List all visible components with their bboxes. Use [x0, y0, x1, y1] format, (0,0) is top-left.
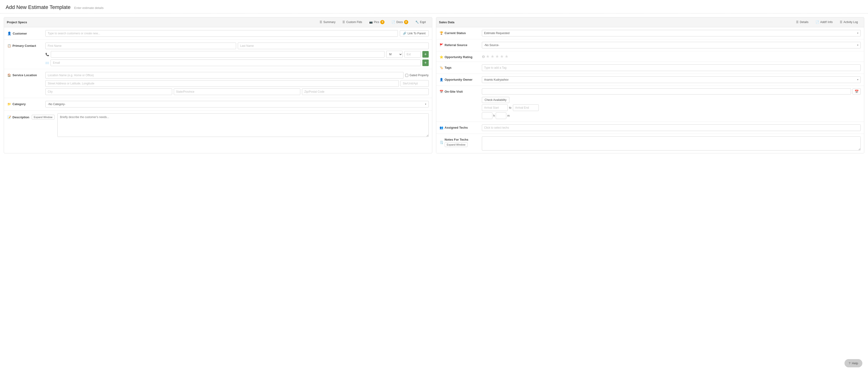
- tab-details[interactable]: Details: [793, 19, 812, 26]
- tab-pics[interactable]: Pics 0: [366, 18, 388, 27]
- phone-row: M H W +: [45, 51, 429, 58]
- onsite-visit-content: 📅 Check Availability to 1 h: [482, 88, 861, 119]
- notes-expand-button[interactable]: Expand Window: [445, 142, 468, 147]
- email-row: +: [45, 60, 429, 66]
- service-location-label: Service Location: [7, 72, 42, 77]
- link-icon: [403, 32, 406, 35]
- duration-hours-input[interactable]: 1: [482, 113, 492, 119]
- tab-addtl-info[interactable]: Addt'l Info: [812, 19, 836, 26]
- opportunity-owner-label: Opportunity Owner: [439, 76, 479, 82]
- gated-property-checkbox[interactable]: [405, 74, 408, 77]
- summary-icon: [319, 21, 322, 24]
- name-row: [45, 42, 429, 49]
- phone-type-select[interactable]: M H W: [386, 51, 403, 58]
- custom-icon: [342, 21, 345, 24]
- pics-icon: [369, 21, 373, 24]
- description-textarea[interactable]: [57, 113, 429, 137]
- techs-icon: [439, 126, 443, 129]
- sales-data-panel: Sales Data Details Addt'l Info Activity …: [436, 17, 865, 153]
- phone-icon: [45, 53, 49, 56]
- tags-content: [482, 64, 861, 71]
- assigned-techs-label: Assigned Techs: [439, 124, 479, 129]
- star-3[interactable]: ★: [495, 54, 499, 59]
- primary-contact-content: M H W + +: [45, 42, 429, 66]
- primary-contact-label: Primary Contact: [7, 42, 42, 48]
- onsite-date-input[interactable]: [482, 88, 851, 95]
- project-specs-header: Project Specs Summary Custom Flds Pics 0: [4, 18, 432, 27]
- add-phone-button[interactable]: +: [422, 51, 429, 58]
- referral-source-select[interactable]: -No Source-: [482, 42, 861, 49]
- unit-input[interactable]: [401, 80, 429, 87]
- actlog-icon: [840, 21, 842, 24]
- street-row: [45, 80, 429, 87]
- opportunity-owner-select[interactable]: Aramis Kudryashov: [482, 76, 861, 83]
- last-name-input[interactable]: [238, 42, 429, 49]
- ext-input[interactable]: [404, 51, 421, 58]
- opportunity-owner-section: Opportunity Owner Aramis Kudryashov: [436, 74, 864, 86]
- tab-summary[interactable]: Summary: [316, 19, 339, 26]
- assigned-techs-input[interactable]: [482, 124, 861, 131]
- email-input[interactable]: [51, 60, 421, 66]
- customer-row: Link To Parent: [45, 30, 429, 37]
- star-4[interactable]: ★: [500, 54, 504, 59]
- duration-minutes-input[interactable]: 0: [496, 113, 506, 119]
- category-select[interactable]: -No Category-: [45, 101, 429, 107]
- tab-eqpt[interactable]: Eqpt: [412, 19, 429, 26]
- owner-icon: [439, 78, 443, 82]
- opportunity-rating-section: Opportunity Rating ⊖ ★ ★ ★ ★ ★: [436, 51, 864, 62]
- page-title: Add New Estimate Template: [6, 4, 70, 10]
- m-label: m: [507, 114, 509, 117]
- current-status-content: Estimate Requested: [482, 30, 861, 36]
- project-specs-tabs: Summary Custom Flds Pics 0 Docs 0: [316, 18, 429, 27]
- page-subtitle: Enter estimate details: [74, 6, 104, 10]
- owner-select-wrapper: Aramis Kudryashov: [482, 76, 861, 83]
- main-content: Project Specs Summary Custom Flds Pics 0: [0, 13, 868, 157]
- tab-activity-log[interactable]: Activity Log: [836, 19, 861, 26]
- sales-data-tabs: Details Addt'l Info Activity Log: [793, 19, 861, 26]
- tag-icon: [439, 66, 443, 69]
- description-expand-button[interactable]: Expand Window: [32, 115, 55, 120]
- notes-for-techs-textarea[interactable]: [482, 136, 861, 151]
- primary-contact-section: Primary Contact M H W: [4, 40, 432, 69]
- current-status-label: Current Status: [439, 30, 479, 35]
- state-input[interactable]: [174, 88, 301, 95]
- tab-custom-flds[interactable]: Custom Flds: [339, 19, 365, 26]
- link-to-parent-button[interactable]: Link To Parent: [400, 30, 429, 36]
- addtl-icon: [815, 21, 819, 24]
- city-input[interactable]: [45, 88, 172, 95]
- category-select-wrapper: -No Category-: [45, 101, 429, 107]
- current-status-section: Current Status Estimate Requested: [436, 27, 864, 39]
- onsite-visit-section: On-Site Visit 📅 Check Availability t: [436, 86, 864, 122]
- location-name-input[interactable]: [45, 72, 404, 79]
- phone-input[interactable]: [51, 51, 384, 58]
- star-5[interactable]: ★: [505, 54, 508, 59]
- first-name-input[interactable]: [45, 42, 236, 49]
- street-input[interactable]: [45, 80, 399, 87]
- arrival-start-input[interactable]: [482, 104, 508, 111]
- notes-for-techs-label: Notes For Techs Expand Window: [439, 136, 479, 147]
- star-2[interactable]: ★: [491, 54, 494, 59]
- trophy-icon: [439, 31, 443, 35]
- star-1[interactable]: ★: [486, 54, 490, 59]
- customer-search-input[interactable]: [45, 30, 398, 37]
- email-icon: [45, 61, 49, 65]
- add-email-button[interactable]: +: [422, 60, 429, 66]
- current-status-select[interactable]: Estimate Requested: [482, 30, 861, 36]
- star-label-icon: [439, 55, 443, 59]
- referral-icon: [439, 43, 443, 47]
- category-content: -No Category-: [45, 101, 429, 107]
- calendar-picker-button[interactable]: 📅: [852, 88, 861, 95]
- project-specs-body: Customer Link To Parent Primary: [4, 27, 432, 140]
- referral-source-label: Referral Source: [439, 42, 479, 47]
- arrival-end-input[interactable]: [513, 104, 539, 111]
- description-icon: [7, 116, 11, 119]
- zip-input[interactable]: [302, 88, 429, 95]
- tab-docs[interactable]: Docs 0: [388, 18, 411, 27]
- description-section: Description Expand Window: [4, 111, 432, 140]
- gated-property-label: Gated Property: [405, 73, 429, 77]
- star-minus-icon[interactable]: ⊖: [482, 54, 485, 59]
- tags-input[interactable]: [482, 64, 861, 71]
- h-label: h: [493, 114, 495, 117]
- project-specs-panel: Project Specs Summary Custom Flds Pics 0: [4, 17, 432, 153]
- check-availability-button[interactable]: Check Availability: [482, 97, 509, 103]
